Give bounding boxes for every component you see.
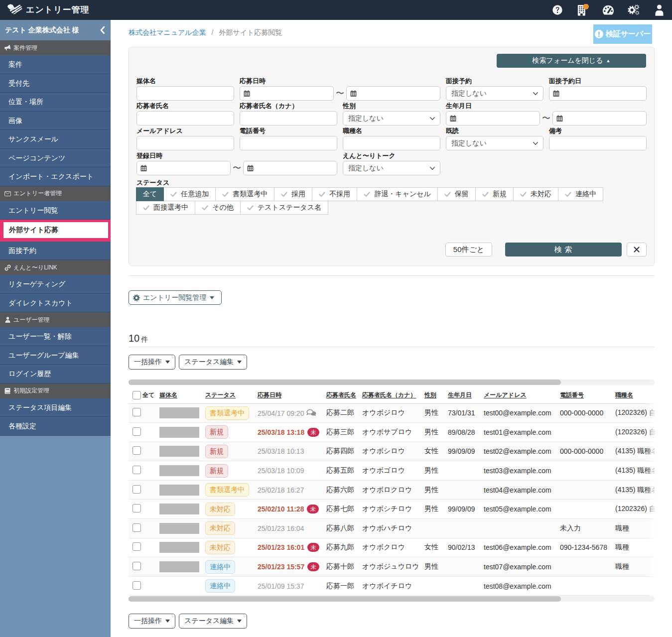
column-header[interactable]: 職種名	[611, 387, 655, 403]
column-header[interactable]: 媒体名	[155, 387, 201, 403]
sidebar-item[interactable]: サンクスメール	[0, 130, 111, 149]
status-option[interactable]: 連絡中	[558, 187, 603, 201]
select-input[interactable]: 指定しない	[343, 161, 440, 175]
row-checkbox[interactable]	[133, 542, 141, 551]
sidebar-item[interactable]: ユーザー一覧・解除	[0, 327, 111, 346]
scrollbar-thumb[interactable]	[129, 380, 561, 385]
table-scroll-container: 全て媒体名ステータス応募日時応募者氏名応募者氏名（カナ）性別生年月日メールアドレ…	[129, 387, 655, 596]
column-header[interactable]: 性別	[420, 387, 444, 403]
row-checkbox[interactable]	[133, 504, 141, 512]
horizontal-scrollbar-bottom[interactable]	[129, 596, 655, 602]
row-checkbox[interactable]	[133, 446, 141, 455]
status-option[interactable]: 保留	[437, 187, 476, 201]
sidebar-item[interactable]: 案件	[0, 55, 111, 74]
close-search-form-button[interactable]: 検索フォームを閉じる▲	[497, 54, 646, 68]
column-header[interactable]: メールアドレス	[480, 387, 556, 403]
column-header[interactable]: 生年月日	[444, 387, 480, 403]
select-all-checkbox[interactable]	[133, 391, 141, 399]
sidebar-item[interactable]: ユーザーグループ編集	[0, 346, 111, 365]
app-logo-bird-icon	[7, 3, 22, 14]
column-header[interactable]: 電話番号	[556, 387, 611, 403]
sidebar-item[interactable]: ページコンテンツ	[0, 149, 111, 168]
sidebar-company-header[interactable]: テスト 企業株式会社 様	[0, 20, 111, 40]
row-checkbox[interactable]	[133, 485, 141, 494]
text-input[interactable]	[136, 111, 234, 126]
text-input[interactable]	[136, 86, 234, 101]
status-option-all[interactable]: 全て	[136, 187, 164, 201]
gender-cell: 女性	[420, 538, 444, 557]
date-to-input[interactable]	[243, 161, 337, 175]
text-input[interactable]	[136, 136, 234, 150]
status-option[interactable]: 新規	[475, 187, 514, 201]
date-from-input[interactable]	[446, 111, 540, 126]
date-to-input[interactable]	[552, 111, 647, 126]
status-option[interactable]: 任意追加	[163, 187, 216, 201]
sidebar-item[interactable]: リターゲティング	[0, 275, 111, 294]
date-input[interactable]	[549, 86, 647, 101]
sidebar-item[interactable]: 受付先	[0, 74, 111, 93]
row-checkbox[interactable]	[133, 408, 141, 416]
row-checkbox[interactable]	[133, 523, 141, 532]
status-option[interactable]: テストステータス名	[240, 201, 328, 215]
text-input[interactable]	[240, 136, 337, 150]
column-header[interactable]: 応募日時	[254, 387, 322, 403]
job-cell: (4135) 職種名	[611, 442, 655, 461]
text-input[interactable]	[240, 111, 337, 126]
status-option[interactable]: 未対応	[513, 187, 558, 201]
sidebar-item[interactable]: エントリー閲覧	[0, 201, 111, 220]
sidebar-item[interactable]: 画像	[0, 112, 111, 130]
status-edit-button[interactable]: ステータス編集	[179, 614, 247, 629]
status-option[interactable]: 書類選考中	[215, 187, 274, 201]
check-icon	[143, 205, 153, 211]
status-edit-button[interactable]: ステータス編集	[179, 355, 247, 370]
text-input[interactable]	[343, 136, 440, 150]
date-to-input[interactable]	[346, 86, 440, 101]
sidebar-item-selected[interactable]: 外部サイト応募	[0, 220, 112, 242]
status-option[interactable]: 辞退・キャンセル	[357, 187, 438, 201]
status-option[interactable]: 採用	[274, 187, 312, 201]
collapse-chevron-left-icon[interactable]	[100, 26, 105, 34]
bulk-action-button[interactable]: 一括操作	[129, 614, 175, 629]
column-header[interactable]: 応募者氏名（カナ）	[358, 387, 420, 403]
sidebar-item[interactable]: 面接予約	[0, 242, 111, 260]
sidebar-item[interactable]: ログイン履歴	[0, 365, 111, 383]
sidebar-section-label: ユーザー管理	[13, 316, 50, 324]
text-input[interactable]	[549, 136, 647, 150]
column-header[interactable]: 応募者氏名	[322, 387, 358, 403]
sidebar-item[interactable]: インポート・エクスポート	[0, 167, 111, 186]
breadcrumb-company-link[interactable]: 株式会社マニュアル企業	[129, 28, 206, 36]
per-page-select[interactable]: 50件ごと	[445, 243, 492, 256]
scrollbar-thumb[interactable]	[129, 596, 561, 602]
date-from-input[interactable]	[136, 161, 231, 175]
row-checkbox[interactable]	[133, 466, 141, 474]
sidebar-item[interactable]: 各種設定	[0, 417, 111, 436]
status-option[interactable]: 面接選考中	[136, 201, 195, 215]
settings-gears-icon[interactable]	[628, 0, 640, 20]
form-field: 性別指定しない	[343, 103, 440, 126]
clear-search-button[interactable]	[627, 243, 647, 256]
horizontal-scrollbar-top[interactable]	[129, 380, 655, 385]
row-checkbox[interactable]	[133, 427, 141, 436]
unread-badge: 未	[307, 562, 319, 571]
select-input[interactable]: 指定しない	[446, 136, 543, 150]
sidebar-item[interactable]: ステータス項目編集	[0, 398, 111, 417]
select-input[interactable]: 指定しない	[446, 86, 543, 101]
select-input[interactable]: 指定しない	[343, 111, 440, 126]
help-icon[interactable]	[551, 0, 563, 20]
entry-view-manage-button[interactable]: エントリー閲覧管理	[129, 290, 222, 305]
sidebar-item[interactable]: 位置・場所	[0, 93, 111, 112]
building-icon[interactable]	[577, 0, 589, 20]
bulk-action-button[interactable]: 一括操作	[129, 355, 175, 370]
status-option[interactable]: その他	[195, 201, 241, 215]
search-button[interactable]: 検 索	[505, 243, 622, 256]
applied-datetime: 25/03/18 10:09	[258, 467, 304, 475]
sidebar-item[interactable]: ダイレクトスカウト	[0, 294, 111, 313]
user-icon[interactable]	[653, 0, 665, 20]
date-from-input[interactable]	[240, 86, 334, 101]
dashboard-icon[interactable]	[602, 0, 614, 20]
row-checkbox[interactable]	[133, 562, 141, 570]
row-checkbox[interactable]	[133, 581, 141, 590]
row-checkbox-cell	[129, 423, 155, 442]
column-header[interactable]: ステータス	[201, 387, 254, 403]
status-option[interactable]: 不採用	[312, 187, 357, 201]
